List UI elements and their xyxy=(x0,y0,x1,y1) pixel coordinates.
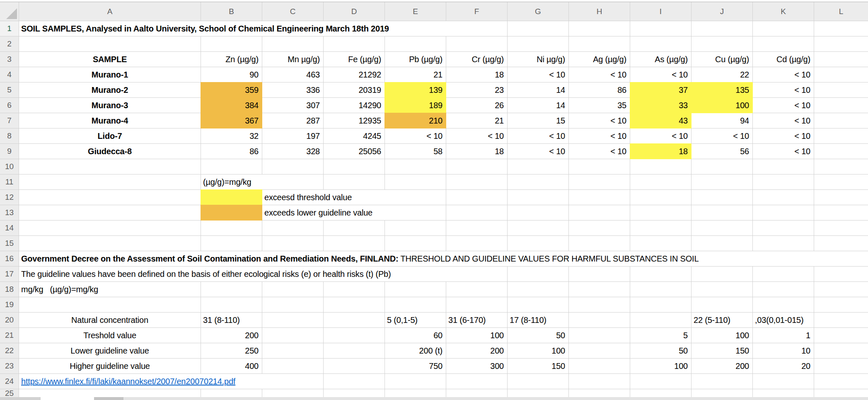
cell-J13[interactable] xyxy=(691,205,752,220)
row-header-8[interactable]: 8 xyxy=(0,128,19,143)
cell-B10[interactable] xyxy=(201,159,262,174)
row-header-10[interactable]: 10 xyxy=(0,159,19,174)
cell-F15[interactable] xyxy=(446,236,507,251)
cell-F22[interactable]: 200 xyxy=(446,343,507,358)
cell-J7[interactable]: 94 xyxy=(691,113,752,128)
cell-C6[interactable]: 307 xyxy=(262,98,323,113)
cell-K18[interactable] xyxy=(753,282,814,297)
cell-I10[interactable] xyxy=(630,159,691,174)
cell-H12[interactable] xyxy=(569,190,630,205)
row-header-18[interactable]: 18 xyxy=(0,282,19,297)
cell-E10[interactable] xyxy=(385,159,446,174)
cell-A7[interactable]: Murano-4 xyxy=(19,113,201,128)
cell-H2[interactable] xyxy=(569,36,630,51)
cell-G14[interactable] xyxy=(508,221,568,235)
cell-J18[interactable] xyxy=(691,282,752,297)
cell-D3[interactable]: Fe (µg/g) xyxy=(324,52,384,67)
cell-K3[interactable]: Cd (µg/g) xyxy=(753,52,814,67)
cell-H17[interactable] xyxy=(569,267,630,281)
cell-E7[interactable]: 210 xyxy=(385,113,446,128)
cell-K5[interactable]: < 10 xyxy=(753,82,814,97)
cell-K25[interactable] xyxy=(753,389,814,397)
cell-L6[interactable] xyxy=(814,98,868,113)
cell-C10[interactable] xyxy=(262,159,323,174)
cell-L23[interactable] xyxy=(814,359,868,373)
cell-F13[interactable] xyxy=(446,205,507,220)
row-header-17[interactable]: 17 xyxy=(0,267,19,281)
cell-E14[interactable] xyxy=(385,221,446,235)
cell-B18[interactable] xyxy=(201,282,262,297)
cell-J1[interactable] xyxy=(691,21,752,36)
cell-I15[interactable] xyxy=(630,236,691,251)
cell-G18[interactable] xyxy=(508,282,568,297)
cell-F11[interactable] xyxy=(446,175,507,189)
cell-A19[interactable] xyxy=(19,297,201,312)
cell-K22[interactable]: 10 xyxy=(753,343,814,358)
cell-D4[interactable]: 21292 xyxy=(324,67,384,82)
cell-D8[interactable]: 4245 xyxy=(324,128,384,143)
cell-G9[interactable]: < 10 xyxy=(508,144,568,159)
cell-L3[interactable] xyxy=(814,52,868,67)
cell-E9[interactable]: 58 xyxy=(385,144,446,159)
cell-A11[interactable] xyxy=(19,175,201,189)
cell-J4[interactable]: 22 xyxy=(691,67,752,82)
cell-K9[interactable]: < 10 xyxy=(753,144,814,159)
cell-E5[interactable]: 139 xyxy=(385,82,446,97)
cell-D20[interactable] xyxy=(324,313,384,327)
cell-K21[interactable]: 1 xyxy=(753,328,814,343)
cell-B11[interactable]: (µg/g)=mg/kg xyxy=(201,175,323,189)
cell-F24[interactable] xyxy=(446,374,507,389)
row-header-9[interactable]: 9 xyxy=(0,144,19,159)
cell-L5[interactable] xyxy=(814,82,868,97)
cell-E24[interactable] xyxy=(385,374,446,389)
row-header-11[interactable]: 11 xyxy=(0,175,19,189)
cell-H14[interactable] xyxy=(569,221,630,235)
cell-H15[interactable] xyxy=(569,236,630,251)
cell-B7[interactable]: 367 xyxy=(201,113,262,128)
cell-K20[interactable]: ,03(0,01-015) xyxy=(753,313,814,327)
cell-J21[interactable]: 100 xyxy=(691,328,752,343)
cell-B19[interactable] xyxy=(201,297,262,312)
cell-D10[interactable] xyxy=(324,159,384,174)
cell-G10[interactable] xyxy=(508,159,568,174)
cell-L14[interactable] xyxy=(814,221,868,235)
column-header-A[interactable]: A xyxy=(19,2,201,21)
cell-C3[interactable]: Mn µg/g) xyxy=(262,52,323,67)
column-header-D[interactable]: D xyxy=(324,2,384,21)
cell-B5[interactable]: 359 xyxy=(201,82,262,97)
cell-K17[interactable] xyxy=(753,267,814,281)
cell-A17[interactable]: The guideline values have been defined o… xyxy=(19,267,507,281)
cell-C20[interactable] xyxy=(262,313,323,327)
cell-I25[interactable] xyxy=(630,389,691,397)
cell-A12[interactable] xyxy=(19,190,201,205)
row-header-15[interactable]: 15 xyxy=(0,236,19,251)
row-header-13[interactable]: 13 xyxy=(0,205,19,220)
cell-E4[interactable]: 21 xyxy=(385,67,446,82)
cell-L12[interactable] xyxy=(814,190,868,205)
cell-I22[interactable]: 50 xyxy=(630,343,691,358)
cell-B12[interactable] xyxy=(201,190,262,205)
cell-H7[interactable]: < 10 xyxy=(569,113,630,128)
cell-E19[interactable] xyxy=(385,297,446,312)
cell-G15[interactable] xyxy=(508,236,568,251)
cell-A22[interactable]: Lower guideline value xyxy=(19,343,201,358)
cell-G12[interactable] xyxy=(508,190,568,205)
column-header-H[interactable]: H xyxy=(569,2,630,21)
cell-D9[interactable]: 25056 xyxy=(324,144,384,159)
cell-A18[interactable]: mg/kg (µg/g)=mg/kg xyxy=(19,282,201,297)
row-header-23[interactable]: 23 xyxy=(0,359,19,373)
cell-G24[interactable] xyxy=(508,374,568,389)
active-sheet-tab-partial[interactable] xyxy=(41,397,94,400)
cell-I9[interactable]: 18 xyxy=(630,144,691,159)
cell-A14[interactable] xyxy=(19,221,201,235)
column-header-I[interactable]: I xyxy=(630,2,691,21)
cell-H9[interactable]: < 10 xyxy=(569,144,630,159)
cell-G11[interactable] xyxy=(508,175,568,189)
cell-F8[interactable]: < 10 xyxy=(446,128,507,143)
cell-A1[interactable]: SOIL SAMPLES, Analysed in Aalto Universi… xyxy=(19,21,507,36)
cell-F4[interactable]: 18 xyxy=(446,67,507,82)
row-header-5[interactable]: 5 xyxy=(0,82,19,97)
cell-F5[interactable]: 23 xyxy=(446,82,507,97)
cell-D22[interactable] xyxy=(324,343,384,358)
cell-J5[interactable]: 135 xyxy=(691,82,752,97)
